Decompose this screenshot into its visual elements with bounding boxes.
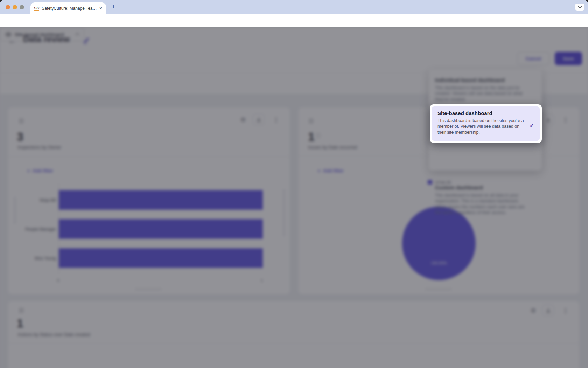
tab-close-icon[interactable]: ✕ bbox=[99, 6, 103, 11]
menu-item-site-based-selected[interactable]: Site-based dashboard This dashboard is b… bbox=[430, 104, 542, 143]
chevron-down-icon bbox=[578, 4, 582, 8]
traffic-light-close[interactable] bbox=[6, 5, 10, 9]
menu-item-description: This dashboard is based on the sites you… bbox=[438, 118, 528, 135]
tab-strip: SC SafetyCulture: Manage Teams and... ✕ … bbox=[0, 0, 588, 14]
tab-search-button[interactable] bbox=[575, 4, 584, 11]
browser-toolbar: ← → https://app.safetyculture.com/analyt… bbox=[0, 14, 588, 27]
new-tab-button[interactable]: + bbox=[108, 2, 118, 12]
traffic-light-zoom[interactable] bbox=[20, 5, 24, 9]
modal-overlay bbox=[0, 27, 588, 368]
tab-title: SafetyCulture: Manage Teams and... bbox=[42, 6, 97, 11]
safetyculture-favicon: SC bbox=[34, 6, 39, 11]
selected-option-row[interactable]: Site-based dashboard This dashboard is b… bbox=[432, 106, 540, 141]
web-page: ← Data review Site-based dashboard Cance… bbox=[0, 27, 588, 368]
traffic-light-minimize[interactable] bbox=[13, 5, 17, 9]
browser-window: SC SafetyCulture: Manage Teams and... ✕ … bbox=[0, 0, 588, 368]
check-icon: ✓ bbox=[530, 122, 534, 129]
browser-tab[interactable]: SC SafetyCulture: Manage Teams and... ✕ bbox=[30, 2, 106, 14]
menu-item-title: Site-based dashboard bbox=[438, 110, 534, 116]
